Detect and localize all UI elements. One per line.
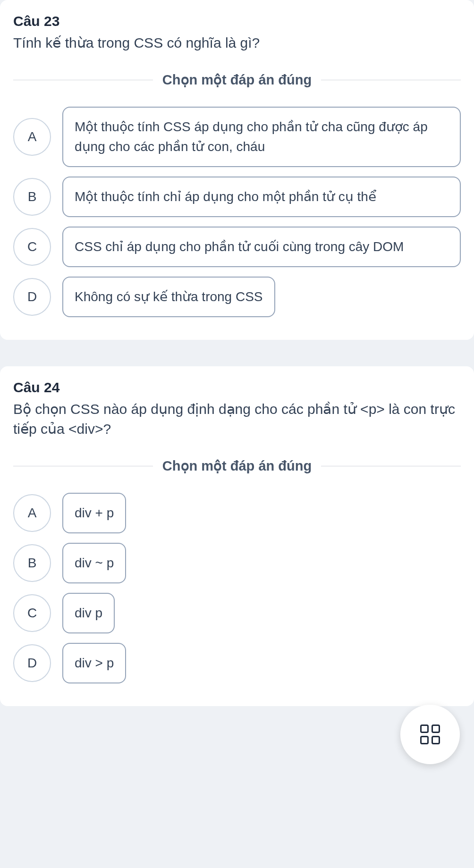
option-text-b[interactable]: Một thuộc tính chỉ áp dụng cho một phần …	[62, 177, 461, 217]
option-letter-b[interactable]: B	[13, 544, 51, 582]
question-card-24: Câu 24 Bộ chọn CSS nào áp dụng định dạng…	[0, 366, 474, 706]
option-text-d[interactable]: Không có sự kế thừa trong CSS	[62, 277, 275, 317]
question-title: Câu 23	[13, 13, 461, 29]
question-title: Câu 24	[13, 379, 461, 396]
answer-option-d: D div > p	[13, 643, 461, 683]
grid-icon	[420, 725, 440, 744]
option-text-d[interactable]: div > p	[62, 643, 126, 683]
answer-option-c: C CSS chỉ áp dụng cho phần tử cuối cùng …	[13, 227, 461, 267]
answer-option-a: A div + p	[13, 493, 461, 533]
grid-view-button[interactable]	[400, 705, 460, 764]
option-letter-d[interactable]: D	[13, 278, 51, 316]
question-text: Bộ chọn CSS nào áp dụng định dạng cho cá…	[13, 399, 461, 439]
option-text-a[interactable]: Một thuộc tính CSS áp dụng cho phần tử c…	[62, 107, 461, 167]
answer-option-a: A Một thuộc tính CSS áp dụng cho phần tử…	[13, 107, 461, 167]
option-letter-c[interactable]: C	[13, 594, 51, 632]
answer-option-c: C div p	[13, 593, 461, 633]
answer-option-b: B Một thuộc tính chỉ áp dụng cho một phầ…	[13, 177, 461, 217]
option-text-c[interactable]: CSS chỉ áp dụng cho phần tử cuối cùng tr…	[62, 227, 461, 267]
option-text-c[interactable]: div p	[62, 593, 115, 633]
option-letter-a[interactable]: A	[13, 118, 51, 156]
answer-option-b: B div ~ p	[13, 543, 461, 583]
option-letter-d[interactable]: D	[13, 644, 51, 682]
divider-label: Chọn một đáp án đúng	[153, 72, 321, 88]
question-text: Tính kế thừa trong CSS có nghĩa là gì?	[13, 33, 461, 53]
option-letter-a[interactable]: A	[13, 494, 51, 532]
divider-label: Chọn một đáp án đúng	[153, 458, 321, 474]
divider: Chọn một đáp án đúng	[13, 458, 461, 474]
divider: Chọn một đáp án đúng	[13, 72, 461, 88]
option-text-b[interactable]: div ~ p	[62, 543, 126, 583]
option-letter-b[interactable]: B	[13, 178, 51, 216]
question-card-23: Câu 23 Tính kế thừa trong CSS có nghĩa l…	[0, 0, 474, 340]
option-letter-c[interactable]: C	[13, 228, 51, 266]
option-text-a[interactable]: div + p	[62, 493, 126, 533]
answer-option-d: D Không có sự kế thừa trong CSS	[13, 277, 461, 317]
